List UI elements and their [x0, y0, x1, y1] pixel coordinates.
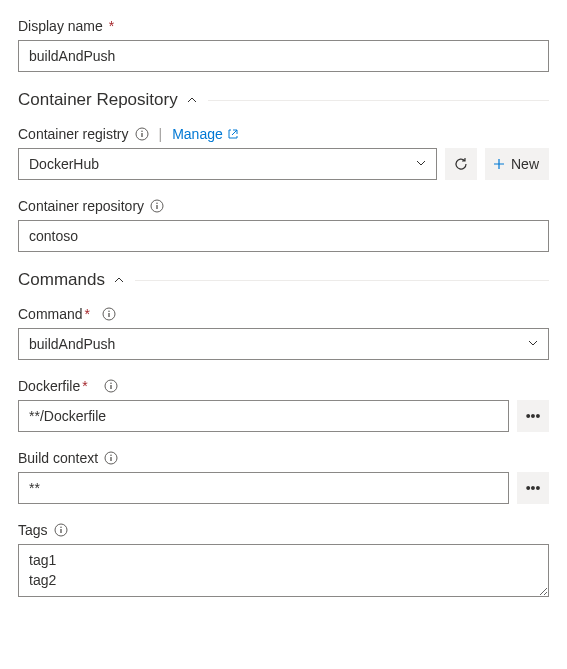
- svg-point-13: [110, 454, 112, 456]
- container-repository-input[interactable]: [18, 220, 549, 252]
- svg-rect-5: [156, 205, 157, 209]
- required-star: *: [82, 378, 87, 394]
- refresh-button[interactable]: [445, 148, 477, 180]
- external-link-icon: [227, 128, 239, 140]
- build-context-input[interactable]: [18, 472, 509, 504]
- dropdown-selected-value: buildAndPush: [29, 336, 115, 352]
- container-registry-dropdown[interactable]: DockerHub: [18, 148, 437, 180]
- svg-rect-17: [60, 529, 61, 533]
- section-title: Container Repository: [18, 90, 178, 110]
- dropdown-selected-value: DockerHub: [29, 156, 99, 172]
- new-button[interactable]: New: [485, 148, 549, 180]
- new-button-label: New: [511, 156, 539, 172]
- dockerfile-label: Dockerfile: [18, 378, 80, 394]
- browse-button[interactable]: •••: [517, 400, 549, 432]
- ellipsis-icon: •••: [526, 408, 541, 424]
- svg-point-10: [110, 382, 112, 384]
- tags-label: Tags: [18, 522, 48, 538]
- svg-point-4: [156, 202, 158, 204]
- commands-section-header[interactable]: Commands: [18, 270, 549, 290]
- svg-rect-2: [141, 133, 142, 137]
- section-title: Commands: [18, 270, 105, 290]
- separator: |: [159, 126, 163, 142]
- section-divider: [208, 100, 549, 101]
- svg-rect-14: [110, 457, 111, 461]
- command-dropdown[interactable]: buildAndPush: [18, 328, 549, 360]
- svg-point-16: [60, 526, 62, 528]
- svg-rect-8: [108, 313, 109, 317]
- info-icon[interactable]: [150, 199, 164, 213]
- container-repository-section-header[interactable]: Container Repository: [18, 90, 549, 110]
- ellipsis-icon: •••: [526, 480, 541, 496]
- refresh-icon: [453, 156, 469, 172]
- info-icon[interactable]: [54, 523, 68, 537]
- container-registry-label: Container registry: [18, 126, 129, 142]
- svg-point-1: [141, 130, 143, 132]
- build-context-label: Build context: [18, 450, 98, 466]
- display-name-input[interactable]: [18, 40, 549, 72]
- chevron-up-icon: [186, 94, 198, 106]
- container-repository-label: Container repository: [18, 198, 144, 214]
- info-icon[interactable]: [102, 307, 116, 321]
- required-star: *: [109, 18, 114, 34]
- tags-textarea[interactable]: [18, 544, 549, 597]
- required-star: *: [85, 306, 90, 322]
- chevron-up-icon: [113, 274, 125, 286]
- svg-point-7: [108, 310, 110, 312]
- browse-button[interactable]: •••: [517, 472, 549, 504]
- plus-icon: [491, 156, 507, 172]
- display-name-label: Display name*: [18, 18, 549, 34]
- manage-link[interactable]: Manage: [172, 126, 239, 142]
- info-icon[interactable]: [104, 379, 118, 393]
- info-icon[interactable]: [104, 451, 118, 465]
- command-label: Command: [18, 306, 83, 322]
- dockerfile-input[interactable]: [18, 400, 509, 432]
- info-icon[interactable]: [135, 127, 149, 141]
- svg-rect-11: [110, 385, 111, 389]
- section-divider: [135, 280, 549, 281]
